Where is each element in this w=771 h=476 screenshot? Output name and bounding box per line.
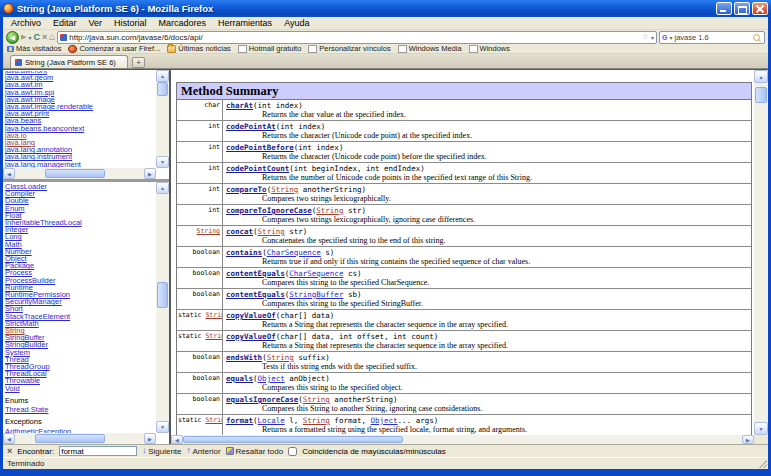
scroll-left-button[interactable]: ◀ (3, 168, 15, 179)
find-close-button[interactable]: × (7, 447, 12, 456)
highlight-all-button[interactable]: Resaltar todo (226, 447, 284, 456)
menu-archivo[interactable]: Archivo (5, 18, 47, 28)
method-link[interactable]: contains (226, 248, 262, 257)
menu-herramientas[interactable]: Herramientas (212, 18, 278, 28)
method-link[interactable]: equalsIgnoreCase (226, 395, 298, 404)
class-link[interactable]: SecurityManager (5, 298, 156, 305)
package-link[interactable]: java.beans.beancontext (5, 125, 156, 132)
bookmark-item[interactable]: Windows Media (398, 44, 462, 53)
scroll-down-button[interactable]: ▼ (156, 421, 169, 433)
method-link[interactable]: copyValueOf (226, 332, 276, 341)
class-link[interactable]: Long (5, 233, 156, 240)
method-link[interactable]: compareTo (226, 185, 267, 194)
type-link[interactable]: String (316, 206, 343, 215)
bookmark-item[interactable]: Comenzar a usar Firef... (68, 44, 160, 53)
search-input[interactable] (674, 33, 751, 42)
scroll-right-button[interactable]: ▶ (144, 433, 156, 444)
method-link[interactable]: equals (226, 374, 253, 383)
scrollbar-thumb[interactable] (157, 282, 168, 308)
location-bar[interactable]: ☆ ▾ (57, 31, 657, 44)
forward-button[interactable]: ▶ (21, 33, 26, 41)
minimize-button[interactable] (716, 2, 732, 15)
bookmark-item[interactable]: Hotmail gratuito (238, 44, 302, 53)
scrollbar-track[interactable] (183, 435, 742, 444)
home-button[interactable]: ⌂ (49, 32, 55, 42)
method-link[interactable]: endsWith (226, 353, 262, 362)
main-frame-vscrollbar[interactable]: ▲ ▼ (754, 70, 768, 435)
type-link[interactable]: Object (258, 374, 285, 383)
tab-string-javadoc[interactable]: String (Java Platform SE 6) (10, 55, 128, 68)
menu-ver[interactable]: Ver (83, 18, 109, 28)
bookmark-item[interactable]: Más visitados (7, 44, 61, 53)
method-link[interactable]: format (226, 416, 253, 425)
scrollbar-track[interactable] (754, 103, 768, 422)
scrollbar-thumb[interactable] (157, 82, 168, 96)
class-link[interactable]: Void (5, 385, 156, 392)
bookmark-item[interactable]: Windows (469, 44, 510, 53)
url-input[interactable] (69, 33, 640, 42)
type-link[interactable]: Object (371, 416, 398, 425)
type-link[interactable]: Locale (258, 416, 285, 425)
scroll-left-button[interactable]: ◀ (3, 433, 15, 444)
menu-ayuda[interactable]: Ayuda (278, 18, 315, 28)
find-next-button[interactable]: ↓ Siguiente (142, 447, 181, 456)
method-link[interactable]: contentEquals (226, 269, 285, 278)
bookmark-star-icon[interactable]: ☆ (642, 33, 649, 41)
type-link[interactable]: String (267, 353, 294, 362)
class-link[interactable]: Double (5, 197, 156, 204)
scroll-up-button[interactable]: ▲ (156, 70, 169, 82)
scroll-right-button[interactable]: ▶ (144, 168, 156, 179)
scrollbar-track[interactable] (156, 96, 169, 156)
type-link[interactable]: String (205, 332, 223, 340)
scroll-up-button[interactable]: ▲ (156, 182, 169, 194)
scrollbar-thumb[interactable] (35, 434, 105, 443)
class-frame-hscrollbar[interactable]: ◀ ▶ (3, 433, 156, 444)
type-link[interactable]: String (197, 227, 220, 235)
type-link[interactable]: String (205, 311, 223, 319)
menu-editar[interactable]: Editar (47, 18, 83, 28)
find-input[interactable] (59, 446, 137, 456)
method-link[interactable]: concat (226, 227, 253, 236)
method-link[interactable]: codePointBefore (226, 143, 294, 152)
method-link[interactable]: codePointAt (226, 122, 276, 131)
scrollbar-track[interactable] (156, 194, 169, 282)
scrollbar-track[interactable] (156, 308, 169, 421)
class-link[interactable]: Integer (5, 226, 156, 233)
search-box[interactable]: G ▾ (659, 31, 765, 44)
package-frame-vscrollbar[interactable]: ▲ ▼ (156, 70, 169, 168)
back-button[interactable]: ◀ (6, 31, 19, 44)
scroll-down-button[interactable]: ▼ (156, 156, 169, 168)
resize-grip[interactable] (758, 459, 767, 468)
class-link[interactable]: Number (5, 248, 156, 255)
method-link[interactable]: charAt (226, 101, 253, 110)
class-frame-vscrollbar[interactable]: ▲ ▼ (156, 182, 169, 433)
type-link[interactable]: CharSequence (289, 269, 343, 278)
new-tab-button[interactable]: + (132, 57, 145, 68)
method-link[interactable]: copyValueOf (226, 311, 276, 320)
match-case-checkbox[interactable] (288, 447, 297, 456)
type-link[interactable]: String (303, 395, 330, 404)
search-magnifier-icon[interactable] (753, 34, 760, 41)
method-link[interactable]: contentEquals (226, 290, 285, 299)
scrollbar-track[interactable] (15, 168, 144, 179)
main-frame-hscrollbar[interactable]: ◀ ▶ (171, 435, 754, 444)
type-link[interactable]: StringBuffer (289, 290, 343, 299)
scrollbar-thumb[interactable] (45, 169, 105, 178)
scroll-down-button[interactable]: ▼ (754, 422, 768, 435)
reload-button[interactable]: C (33, 32, 40, 42)
class-link[interactable]: Thread.State (5, 406, 156, 413)
location-dropdown[interactable]: ▾ (651, 34, 654, 41)
close-button[interactable] (752, 2, 768, 15)
bookmark-item[interactable]: Personalizar vínculos (308, 44, 390, 53)
scrollbar-thumb[interactable] (755, 87, 767, 103)
search-engine-dropdown[interactable]: ▾ (669, 34, 672, 41)
type-link[interactable]: String (271, 185, 298, 194)
restore-button[interactable] (734, 2, 750, 15)
type-link[interactable]: String (303, 416, 330, 425)
method-link[interactable]: codePointCount (226, 164, 289, 173)
history-dropdown[interactable]: ▾ (28, 34, 31, 41)
class-link[interactable]: Throwable (5, 377, 156, 384)
type-link[interactable]: CharSequence (267, 248, 321, 257)
find-prev-button[interactable]: ↑ Anterior (187, 447, 221, 456)
package-frame-hscrollbar[interactable]: ◀ ▶ (3, 168, 156, 179)
